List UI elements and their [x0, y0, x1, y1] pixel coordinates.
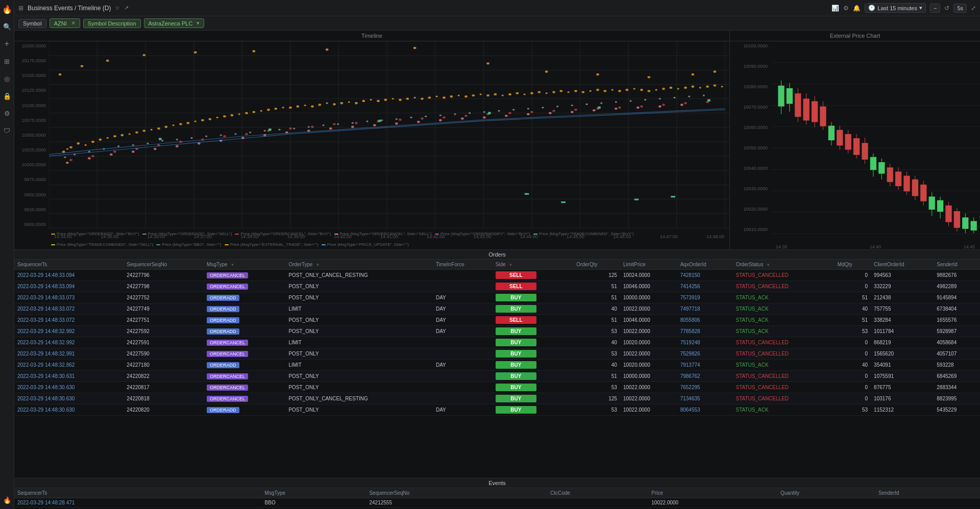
cell-qty: 53	[573, 326, 620, 337]
svg-point-231	[527, 113, 530, 115]
maximize-icon[interactable]: ⤢	[971, 5, 976, 12]
settings-icon-header[interactable]: ⚙	[843, 5, 849, 12]
col-sequencerts[interactable]: SequencerTs	[14, 260, 124, 270]
target-icon[interactable]: ◎	[2, 73, 12, 84]
svg-point-40	[135, 131, 138, 133]
share-icon[interactable]: ↗	[124, 5, 129, 11]
search-icon[interactable]: 🔍	[2, 21, 12, 32]
col-sequencerseqno[interactable]: SequencerSeqNo	[124, 260, 204, 270]
col-clientorderid[interactable]: ClientOrderId	[871, 260, 934, 270]
cell-price: 10022.0000	[620, 393, 677, 404]
time-range-control[interactable]: 🕐 Last 15 minutes ▾	[865, 3, 926, 13]
cell-msgtype: ORDERCANCEL	[204, 270, 285, 281]
description-value-tag[interactable]: AstraZeneca PLC ▾	[144, 18, 205, 28]
svg-point-47	[186, 122, 189, 124]
close-symbol-icon[interactable]: ✕	[71, 20, 76, 27]
ext-price-chart-area[interactable]: 10100.0000 10090.0000 10080.0000 10070.0…	[730, 41, 980, 249]
timeline-scatter	[49, 41, 729, 229]
col-timeinforce[interactable]: TimeInForce	[433, 260, 493, 270]
cell-seqno: 24227751	[124, 315, 204, 326]
events-table-wrap[interactable]: SequencerTs MsgType SequencerSeqNo CtcCo…	[14, 488, 980, 509]
svg-rect-290	[903, 176, 910, 192]
timeline-y-labels: 10200.0000 10175.0000 10150.0000 10125.0…	[14, 41, 49, 229]
svg-point-131	[596, 73, 599, 75]
col-senderid[interactable]: SenderId	[934, 260, 980, 270]
chevron-down-icon-desc[interactable]: ▾	[197, 20, 200, 27]
col-evt-sequencerts[interactable]: SequencerTs	[14, 488, 262, 498]
svg-point-195	[399, 119, 402, 121]
cell-seqno: 24227796	[124, 270, 204, 281]
lock-icon[interactable]: 🔒	[2, 91, 12, 101]
timeline-chart-area[interactable]: 10200.0000 10175.0000 10150.0000 10125.0…	[14, 41, 729, 249]
main-content: Timeline 10200.0000 10175.0000 10150.000…	[14, 31, 980, 509]
svg-rect-292	[912, 180, 918, 196]
svg-point-81	[436, 96, 438, 97]
svg-point-192	[333, 123, 336, 125]
cell-ordertype: POST_ONLY_CANCEL_RESTING	[285, 393, 433, 404]
svg-point-164	[483, 111, 485, 113]
shield-icon[interactable]: 🛡	[2, 125, 12, 136]
candle-y-labels: 10100.0000 10090.0000 10080.0000 10070.0…	[730, 41, 771, 234]
cell-clientid: 994563	[871, 270, 934, 281]
user-icon[interactable]: 🔥	[2, 495, 12, 505]
svg-point-82	[443, 96, 446, 98]
col-aqxorderid[interactable]: AqxOrderId	[677, 260, 733, 270]
add-icon[interactable]: +	[2, 39, 12, 49]
cell-evt-price: 10022.0000	[648, 498, 777, 507]
symbol-label: Symbol	[23, 20, 42, 27]
cell-side: SELL	[493, 315, 574, 326]
col-evt-msgtype[interactable]: MsgType	[262, 488, 366, 498]
svg-point-51	[216, 117, 218, 118]
col-evt-qty[interactable]: Quantity	[777, 488, 875, 498]
cell-price: 10000.0000	[620, 292, 677, 303]
svg-point-41	[142, 130, 145, 132]
grid-icon[interactable]: ⊞	[2, 56, 12, 66]
svg-point-91	[508, 93, 511, 95]
cell-tif: DAY	[433, 404, 493, 416]
notification-icon[interactable]: 🔔	[853, 5, 861, 12]
cell-senderid: 9882676	[934, 270, 980, 281]
description-filter[interactable]: Symbol Description	[83, 19, 141, 28]
cell-qty: 40	[573, 303, 620, 315]
col-evt-ctccode[interactable]: CtcCode	[547, 488, 648, 498]
orders-table-wrap[interactable]: SequencerTs SequencerSeqNo MsgType ▼ Ord…	[14, 260, 980, 478]
col-side[interactable]: Side ▼	[493, 260, 574, 270]
col-orderqty[interactable]: OrderQty	[573, 260, 620, 270]
svg-rect-302	[954, 211, 960, 228]
cell-tif: DAY	[433, 292, 493, 303]
cell-mdqty: 0	[835, 382, 871, 393]
symbol-filter[interactable]: Symbol	[18, 19, 46, 28]
cell-msgtype: ORDERADD	[204, 360, 285, 371]
svg-point-229	[483, 116, 486, 118]
interval-badge[interactable]: 5s	[953, 4, 967, 13]
cell-clientid: 1152312	[871, 404, 934, 416]
symbol-value-tag[interactable]: AZNI ✕	[50, 18, 80, 28]
cell-ordertype: LIMIT	[285, 303, 433, 315]
svg-point-128	[413, 47, 416, 49]
cell-side: BUY	[493, 292, 574, 303]
col-ordertype[interactable]: OrderType ▼	[285, 260, 433, 270]
svg-point-153	[322, 124, 324, 126]
svg-point-156	[366, 120, 368, 122]
col-msgtype[interactable]: MsgType ▼	[204, 260, 285, 270]
star-icon[interactable]: ☆	[115, 5, 120, 11]
svg-point-73	[377, 100, 380, 102]
col-mdqty[interactable]: MdQty	[835, 260, 871, 270]
svg-point-84	[458, 94, 460, 96]
refresh-icon[interactable]: ↺	[944, 5, 949, 12]
col-evt-senderid[interactable]: SenderId	[875, 488, 980, 498]
svg-point-68	[340, 102, 343, 104]
chart-icon[interactable]: 📊	[831, 5, 839, 12]
svg-point-29	[62, 150, 65, 152]
zoom-out-button[interactable]: −	[930, 4, 940, 13]
cell-qty: 51	[573, 281, 620, 292]
svg-point-87	[480, 93, 482, 95]
svg-point-118	[706, 86, 709, 88]
col-evt-price[interactable]: Price	[648, 488, 777, 498]
settings-icon[interactable]: ⚙	[2, 108, 12, 118]
col-limitprice[interactable]: LimitPrice	[620, 260, 677, 270]
col-evt-seqno[interactable]: SequencerSeqNo	[366, 488, 547, 498]
col-orderstatus[interactable]: OrderStatus ▼	[732, 260, 834, 270]
cell-senderid: 5928987	[934, 326, 980, 337]
svg-point-60	[282, 107, 284, 108]
